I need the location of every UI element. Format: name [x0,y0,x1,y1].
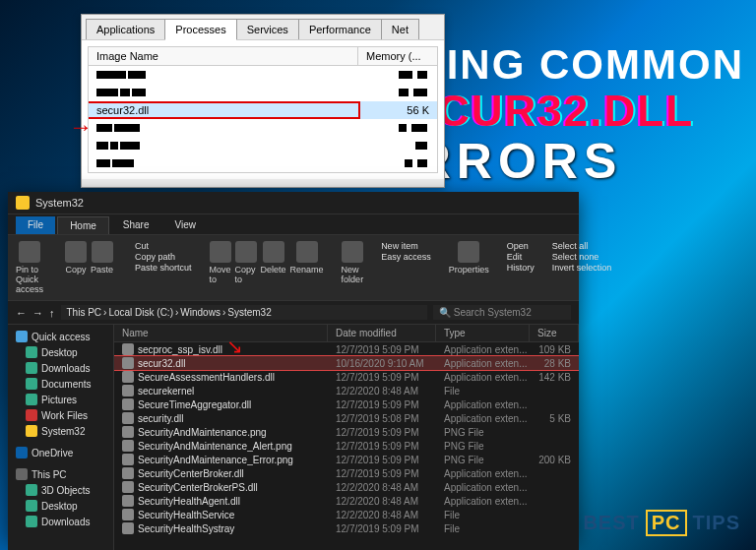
paste-button[interactable]: Paste [91,241,113,275]
newfolder-button[interactable]: New folder [342,241,364,294]
file-icon [122,371,134,383]
tm-tabbar: Applications Processes Services Performa… [82,15,444,40]
file-icon [122,440,134,452]
watermark: BEST PC TIPS [583,510,740,536]
folder-icon [16,196,30,210]
file-explorer-window: System32 File Home Share View Pin to Qui… [8,192,579,541]
ribtab-share[interactable]: Share [111,216,161,234]
copy-icon [65,241,87,263]
ribbon-tabs: File Home Share View [8,214,579,235]
sidebar-documents[interactable]: Documents [12,376,109,392]
column-headers: Name Date modified Type Size [114,325,579,342]
forward-icon[interactable]: → [32,307,43,319]
file-row[interactable]: SecurityHealthAgent.dll12/2/2020 8:48 AM… [114,494,579,508]
file-row[interactable]: SecurityAndMaintenance.png12/7/2019 5:09… [114,425,579,439]
sidebar-desktop[interactable]: Desktop [12,344,109,360]
rename-icon [296,241,318,263]
file-row[interactable]: SecurityHealthService12/2/2020 8:48 AMFi… [114,508,579,521]
file-list-pane: Name Date modified Type Size secproc_ssp… [114,325,579,550]
ribtab-home[interactable]: Home [57,216,109,234]
file-row[interactable]: SecureTimeAggregator.dll12/7/2019 5:09 P… [114,397,579,411]
tm-process-list[interactable]: secur32.dll 56 K [88,66,438,173]
sidebar-downloads2[interactable]: Downloads [12,514,109,529]
open-button[interactable]: Open [507,241,535,251]
tm-header-row: Image Name Memory (... [88,46,438,66]
sidebar-onedrive[interactable]: OneDrive [12,445,109,460]
file-row[interactable]: SecurityCenterBrokerPS.dll12/2/2020 8:48… [114,480,579,494]
sidebar-desktop2[interactable]: Desktop [12,498,109,514]
cloud-icon [16,447,28,458]
folder-icon [26,425,37,437]
edit-button[interactable]: Edit [507,252,535,262]
file-icon [122,467,134,479]
process-name[interactable]: secur32.dll [89,103,358,117]
file-row[interactable]: SecurityCenterBroker.dll12/7/2019 5:09 P… [114,466,579,480]
selectall-button[interactable]: Select all [552,241,612,251]
history-button[interactable]: History [507,263,535,273]
newfolder-icon [342,241,363,263]
fe-titlebar[interactable]: System32 [8,192,579,214]
copy-button[interactable]: Copy [65,241,87,275]
sidebar-pictures[interactable]: Pictures [12,392,109,407]
folder-icon [26,409,37,421]
ribbon: Pin to Quick access Copy Paste Cut Copy … [8,235,579,301]
file-icon [122,343,134,355]
desktop-icon [26,346,37,358]
easyaccess-button[interactable]: Easy access [381,252,431,262]
pin-button[interactable]: Pin to Quick access [16,241,43,294]
tab-performance[interactable]: Performance [298,19,382,39]
file-row[interactable]: SecurityHealthSystray12/7/2019 5:09 PMFi… [114,521,579,535]
sidebar-3dobjects[interactable]: 3D Objects [12,482,109,498]
file-icon [122,495,134,507]
file-icon [122,522,134,534]
col-memory[interactable]: Memory (... [358,47,437,65]
moveto-button[interactable]: Move to [210,241,231,294]
task-manager-window: Applications Processes Services Performa… [81,14,445,188]
sidebar-workfiles[interactable]: Work Files [12,407,109,423]
col-image-name[interactable]: Image Name [89,47,358,65]
search-input[interactable]: 🔍 Search System32 [433,305,571,320]
file-row[interactable]: security.dll12/7/2019 5:08 PMApplication… [114,411,579,425]
arrow-icon: ↘ [226,335,243,358]
col-name[interactable]: Name [114,325,328,341]
breadcrumb[interactable]: This PC › Local Disk (C:) › Windows › Sy… [61,305,428,320]
paste-shortcut-button[interactable]: Paste shortcut [135,263,192,273]
sidebar-thispc[interactable]: This PC [12,466,109,482]
properties-button[interactable]: Properties [449,241,489,294]
back-icon[interactable]: ← [16,307,27,319]
cut-button[interactable]: Cut [135,241,192,251]
newitem-button[interactable]: New item [381,241,431,251]
file-row[interactable]: secproc_ssp_isv.dll12/7/2019 5:09 PMAppl… [114,342,579,356]
download-icon [26,516,37,527]
tab-services[interactable]: Services [236,19,299,39]
tab-applications[interactable]: Applications [86,19,165,39]
up-icon[interactable]: ↑ [49,307,55,319]
copyto-button[interactable]: Copy to [235,241,257,294]
file-row[interactable]: SecureAssessmentHandlers.dll12/7/2019 5:… [114,370,579,384]
delete-button[interactable]: Delete [261,241,286,294]
file-list[interactable]: secproc_ssp_isv.dll12/7/2019 5:09 PMAppl… [114,342,579,535]
sidebar-downloads[interactable]: Downloads [12,360,109,376]
invert-button[interactable]: Invert selection [552,263,612,273]
download-icon [26,362,37,374]
ribtab-view[interactable]: View [163,216,209,234]
tab-processes[interactable]: Processes [164,19,236,40]
file-icon [122,481,134,493]
file-row[interactable]: securekernel12/2/2020 8:48 AMFile [114,384,579,397]
col-size[interactable]: Size [530,325,579,341]
col-date[interactable]: Date modified [328,325,436,341]
sidebar-quick-access[interactable]: Quick access [12,329,109,344]
file-row[interactable]: SecurityAndMaintenance_Error.png12/7/201… [114,453,579,466]
ribtab-file[interactable]: File [16,216,55,234]
selectnone-button[interactable]: Select none [552,252,612,262]
copypath-button[interactable]: Copy path [135,252,192,262]
rename-button[interactable]: Rename [290,241,324,294]
col-type[interactable]: Type [436,325,530,341]
address-bar: ← → ↑ This PC › Local Disk (C:) › Window… [8,301,579,325]
sidebar-system32[interactable]: System32 [12,423,109,439]
file-icon [122,398,134,410]
file-row[interactable]: SecurityAndMaintenance_Alert.png12/7/201… [114,439,579,453]
file-row[interactable]: secur32.dll10/16/2020 9:10 AMApplication… [114,356,579,370]
file-icon [122,357,134,369]
tab-networking[interactable]: Net [381,19,419,39]
